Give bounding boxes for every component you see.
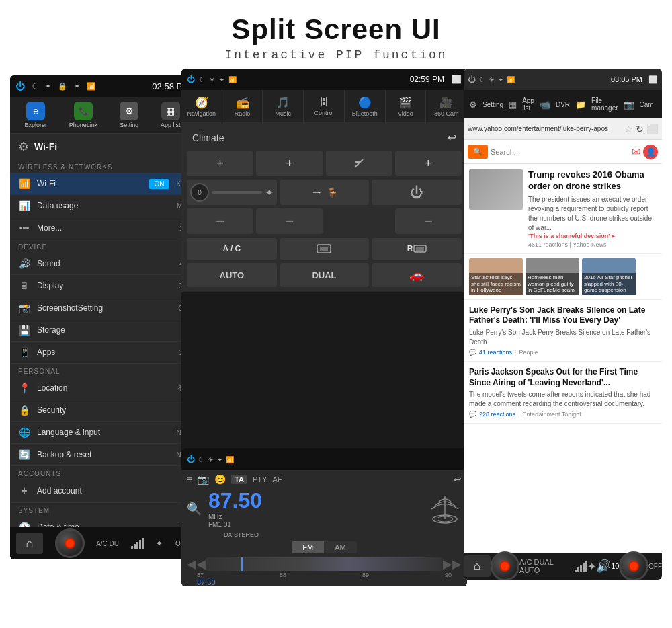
auto-button[interactable]: AUTO <box>187 263 277 287</box>
screenshot-label: ScreenshotSetting <box>37 303 171 313</box>
browser-url-text[interactable]: www.yahoo.com/entertainment/luke-perry-a… <box>468 125 622 132</box>
minus-btn-2[interactable]: − <box>256 208 323 234</box>
sig4 <box>139 540 141 549</box>
nav-control[interactable]: 🎛 Control <box>304 90 345 122</box>
browser-home-btn[interactable]: ⌂ <box>464 555 491 577</box>
app-phonelink[interactable]: 📞 PhoneLink <box>69 102 98 128</box>
nav-music[interactable]: 🎵 Music <box>263 90 304 122</box>
nav-navigation[interactable]: 🧭 Navigation <box>181 90 222 122</box>
storage-item[interactable]: 💾 Storage <box>10 319 195 342</box>
datausage-item[interactable]: 📊 Data usage ME <box>10 195 195 217</box>
plus-btn-4[interactable]: + <box>395 151 462 176</box>
wireless-header: WIRELESS & NETWORKS <box>10 159 195 173</box>
thumb-3[interactable]: 2016 All-Star pitcher slapped with 80-ga… <box>582 258 636 295</box>
news-hero-title[interactable]: Trump revokes 2016 Obama order on drone … <box>528 169 657 192</box>
browser-knob-right[interactable] <box>619 551 648 580</box>
star-icon[interactable]: ☆ <box>624 124 633 134</box>
browser-cam-icon: 📷 <box>624 100 634 110</box>
wifi-item[interactable]: 📶 Wi-Fi ON Kra <box>10 173 195 195</box>
mail-icon[interactable]: ✉ <box>632 145 640 158</box>
location-item[interactable]: 📍 Location 有f <box>10 377 195 399</box>
luke-reactions[interactable]: 41 reactions <box>479 349 512 356</box>
radio-scale-labels: 87 88 89 90 <box>187 572 462 578</box>
climate-nav: 🧭 Navigation 📻 Radio 🎵 Music 🎛 Control 🔵… <box>181 90 467 122</box>
minus-btn-1[interactable]: − <box>187 208 253 234</box>
thumb-2[interactable]: Homeless man, woman plead guilty in GoFu… <box>526 258 579 295</box>
expand-icon[interactable]: ⬜ <box>646 124 658 134</box>
radio-scale-track <box>206 557 443 571</box>
scale-right-arrow[interactable]: ▶▶ <box>443 557 462 572</box>
browser-off-label: OFF <box>648 563 662 570</box>
nav-bluetooth[interactable]: 🔵 Bluetooth <box>345 90 386 122</box>
add-icon: + <box>18 485 30 497</box>
search-input[interactable] <box>491 148 629 156</box>
knob-left[interactable] <box>55 528 85 558</box>
defrost-button[interactable] <box>280 238 370 260</box>
plus-btn-1[interactable]: + <box>187 151 253 176</box>
rear-defrost-button[interactable]: R <box>372 238 462 260</box>
bsig1 <box>575 570 577 572</box>
search-button[interactable]: 🔍 <box>468 145 488 159</box>
browser-dots-icon[interactable]: ⋮ <box>659 99 662 110</box>
bluetooth-icon: ✦ <box>74 82 80 91</box>
dual-button[interactable]: DUAL <box>280 263 370 287</box>
nav-navigation-label: Navigation <box>187 110 216 117</box>
car-view-button[interactable]: 🚗 <box>372 263 462 287</box>
wifi-toggle[interactable]: ON <box>149 179 169 189</box>
thumb-1[interactable]: Star actress says she still faces racism… <box>469 258 523 295</box>
news-luke-perry[interactable]: Luke Perry's Son Jack Breaks Silence on … <box>464 300 662 362</box>
ac-button[interactable]: A / C <box>187 238 277 260</box>
app-applist[interactable]: ▦ App list <box>161 102 181 128</box>
news-hero-quote: 'This is a shameful decision' ▸ <box>528 233 657 239</box>
avatar[interactable]: 👤 <box>643 145 658 159</box>
storage-label: Storage <box>37 325 180 335</box>
datetime-item[interactable]: 🕐 Date & time 五 <box>10 516 195 527</box>
fm-button[interactable]: FM <box>292 541 324 553</box>
display-item[interactable]: 🖥 Display Ch <box>10 275 195 297</box>
app-explorer[interactable]: e Explorer <box>24 102 47 128</box>
nav-radio[interactable]: 📻 Radio <box>222 90 263 122</box>
direction-panel[interactable]: → 🪑 <box>280 180 370 205</box>
fan-control[interactable]: 0 ✦ <box>187 180 277 205</box>
apps-item[interactable]: 📱 Apps Ch <box>10 342 195 364</box>
nav-360cam[interactable]: 🎥 360 Cam <box>426 90 467 122</box>
fan-slider[interactable] <box>212 191 262 194</box>
app-setting[interactable]: ⚙ Setting <box>120 102 138 128</box>
am-button[interactable]: AM <box>324 541 357 553</box>
paris-reactions[interactable]: 228 reactions <box>479 411 515 418</box>
climate-back-icon[interactable]: ↩ <box>448 131 456 144</box>
more-item[interactable]: ••• More... 11 <box>10 217 195 239</box>
nav-video[interactable]: 🎬 Video <box>386 90 427 122</box>
screenshot-item[interactable]: 📸 ScreenshotSetting Ch <box>10 297 195 319</box>
empty-cell-1 <box>326 208 392 234</box>
sound-item[interactable]: 🔊 Sound 40 <box>10 253 195 275</box>
heat-btn[interactable] <box>326 151 392 176</box>
pty-label[interactable]: PTY <box>253 475 267 483</box>
ta-label[interactable]: TA <box>231 475 247 484</box>
news-paris-jackson[interactable]: Paris Jackson Speaks Out for the First T… <box>464 362 662 424</box>
news-hero-image <box>469 169 523 210</box>
more-label: More... <box>37 223 173 233</box>
security-item[interactable]: 🔒 Security k <box>10 399 195 422</box>
radio-search-icon[interactable]: 🔍 <box>187 502 202 516</box>
backup-item[interactable]: 🔄 Backup & reset Not <box>10 444 195 466</box>
browser-moon-icon: ☾ <box>479 76 485 83</box>
home-btn[interactable]: ⌂ <box>16 533 43 554</box>
add-account-item[interactable]: + Add account <box>10 479 195 503</box>
scale-label-87: 87 <box>197 572 204 578</box>
radio-back-icon[interactable]: ↩ <box>454 474 462 485</box>
datetime-icon: 🕐 <box>18 522 30 527</box>
plus-btn-2[interactable]: + <box>256 151 323 176</box>
minus-btn-4[interactable]: − <box>395 208 462 234</box>
af-label[interactable]: AF <box>272 475 282 483</box>
news-luke-source: Luke Perry's Son Jack Perry Breaks Silen… <box>469 328 657 347</box>
language-item[interactable]: 🌐 Language & input Not <box>10 422 195 444</box>
scale-left-arrow[interactable]: ◀◀ <box>187 557 206 572</box>
browser-knob[interactable] <box>491 551 520 580</box>
refresh-icon[interactable]: ↻ <box>636 124 644 134</box>
sig5 <box>142 538 144 549</box>
wifi-item-label: Wi-Fi <box>37 179 142 188</box>
climate-header-row: Climate ↩ <box>187 128 462 147</box>
personal-header: PERSONAL <box>10 364 195 377</box>
power-panel[interactable]: ⏻ <box>372 180 462 205</box>
